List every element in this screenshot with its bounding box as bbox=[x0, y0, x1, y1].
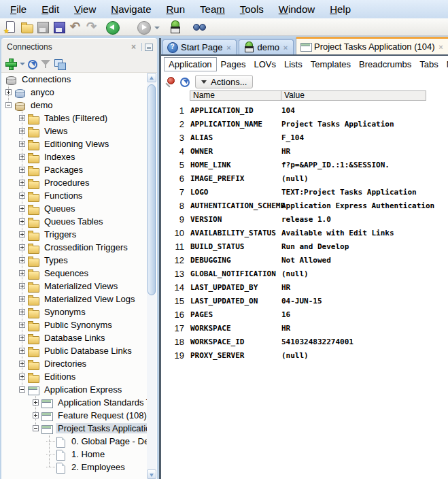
menu-help[interactable]: Help bbox=[322, 0, 358, 18]
pin-icon[interactable] bbox=[165, 76, 176, 87]
expand-toggle-icon[interactable] bbox=[19, 128, 25, 134]
sql-worksheet-icon[interactable] bbox=[168, 20, 182, 34]
subtab-pages[interactable]: Pages bbox=[217, 58, 250, 71]
tree-item-public-synonyms[interactable]: Public Synonyms bbox=[1, 318, 157, 331]
save-icon[interactable] bbox=[36, 20, 50, 34]
expand-toggle-icon[interactable] bbox=[19, 283, 25, 289]
undo-icon[interactable] bbox=[69, 20, 82, 34]
tree-item-views[interactable]: Views bbox=[1, 125, 157, 137]
menu-tools[interactable]: Tools bbox=[232, 0, 271, 18]
grid-row-home-link[interactable]: 5HOME_LINKf?p=&APP_ID.:1:&SESSION. bbox=[161, 158, 448, 171]
menu-team[interactable]: Team bbox=[192, 0, 232, 18]
collapse-toggle-icon[interactable] bbox=[19, 386, 25, 393]
expand-toggle-icon[interactable] bbox=[19, 218, 25, 225]
tree-item-database-links[interactable]: Database Links bbox=[1, 331, 157, 344]
grid-row-application-id[interactable]: 1APPLICATION_ID104 bbox=[161, 103, 448, 117]
open-icon[interactable] bbox=[20, 20, 33, 34]
tree-item-synonyms[interactable]: Synonyms bbox=[1, 305, 157, 318]
expand-toggle-icon[interactable] bbox=[19, 270, 25, 276]
tree-item-0-global-page-des[interactable]: 0. Global Page - Des bbox=[1, 435, 157, 448]
expand-toggle-icon[interactable] bbox=[33, 412, 39, 418]
tree-item-demo[interactable]: demo bbox=[1, 99, 157, 112]
toolbar-dropdown-caret-icon[interactable] bbox=[153, 20, 161, 34]
tree-item-queues[interactable]: Queues bbox=[1, 202, 157, 215]
expand-toggle-icon[interactable] bbox=[19, 115, 25, 121]
tree-item-project-tasks-applicatio[interactable]: Project Tasks Applicatio bbox=[1, 422, 157, 435]
close-tab-icon[interactable] bbox=[438, 42, 445, 52]
grid-row-authentication-scheme[interactable]: 8AUTHENTICATION_SCHEMEApplication Expres… bbox=[161, 199, 448, 212]
column-header-value[interactable]: Value bbox=[281, 90, 426, 101]
tree-item-editioning-views[interactable]: Editioning Views bbox=[1, 137, 157, 150]
tree-item-materialized-view-logs[interactable]: Materialized View Logs bbox=[1, 293, 157, 305]
menu-file[interactable]: File bbox=[3, 0, 34, 18]
grid-row-last-updated-by[interactable]: 14LAST_UPDATED_BYHR bbox=[161, 280, 448, 294]
grid-row-proxy-server[interactable]: 19PROXY_SERVER(null) bbox=[161, 348, 448, 362]
actions-button[interactable]: Actions... bbox=[195, 75, 253, 88]
menu-view[interactable]: View bbox=[67, 0, 103, 18]
new-file-icon[interactable] bbox=[3, 20, 17, 34]
scrollbar-thumb[interactable] bbox=[148, 84, 156, 295]
tree-item-feature-request-108[interactable]: Feature Request (108) bbox=[1, 409, 157, 422]
back-icon[interactable] bbox=[105, 20, 119, 34]
filter-icon[interactable] bbox=[39, 58, 52, 70]
cascade-icon[interactable] bbox=[54, 58, 66, 70]
redo-icon[interactable] bbox=[85, 20, 99, 34]
forward-icon[interactable] bbox=[137, 20, 150, 34]
save-all-icon[interactable] bbox=[52, 20, 66, 34]
expand-toggle-icon[interactable] bbox=[5, 89, 12, 95]
subtab-templates[interactable]: Templates bbox=[307, 58, 355, 71]
grid-row-availability-status[interactable]: 10AVAILABILITY_STATUSAvailable with Edit… bbox=[161, 226, 448, 240]
tree-item-queues-tables[interactable]: Queues Tables bbox=[1, 215, 157, 228]
grid-row-workspace-id[interactable]: 18WORKSPACE_ID5410324832274001 bbox=[161, 335, 448, 348]
tree-item-public-database-links[interactable]: Public Database Links bbox=[1, 344, 157, 357]
tree-item-2-employees[interactable]: 2. Employees bbox=[1, 461, 157, 474]
expand-toggle-icon[interactable] bbox=[19, 296, 25, 302]
collapse-toggle-icon[interactable] bbox=[5, 102, 12, 108]
grid-row-logo[interactable]: 7LOGOTEXT:Project Tasks Application bbox=[161, 185, 448, 199]
expand-toggle-icon[interactable] bbox=[19, 141, 25, 147]
refresh-icon[interactable] bbox=[180, 78, 190, 87]
tree-item-1-home[interactable]: 1. Home bbox=[1, 448, 157, 461]
grid-row-pages[interactable]: 16PAGES16 bbox=[161, 308, 448, 321]
scroll-up-icon[interactable] bbox=[147, 73, 156, 82]
expand-toggle-icon[interactable] bbox=[19, 154, 25, 160]
grid-row-debugging[interactable]: 12DEBUGGINGNot Allowed bbox=[161, 253, 448, 267]
expand-toggle-icon[interactable] bbox=[19, 361, 25, 367]
grid-row-image-prefix[interactable]: 6IMAGE_PREFIX(null) bbox=[161, 171, 448, 185]
tree-item-crossedition-triggers[interactable]: Crossedition Triggers bbox=[1, 241, 157, 254]
subtab-application[interactable]: Application bbox=[164, 57, 217, 71]
subtab-lists[interactable]: Lists bbox=[280, 58, 307, 71]
expand-toggle-icon[interactable] bbox=[19, 244, 25, 250]
tree-item-editions[interactable]: Editions bbox=[1, 370, 157, 383]
tree-item-anyco[interactable]: anyco bbox=[1, 86, 157, 99]
grid-row-owner[interactable]: 4OWNERHR bbox=[161, 144, 448, 158]
column-header-name[interactable]: Name bbox=[190, 90, 281, 101]
tree-item-packages[interactable]: Packages bbox=[1, 163, 157, 176]
grid-row-alias[interactable]: 3ALIASF_104 bbox=[161, 131, 448, 144]
refresh-icon[interactable] bbox=[28, 60, 37, 69]
expand-toggle-icon[interactable] bbox=[33, 399, 39, 406]
subtab-lovs[interactable]: LOVs bbox=[249, 58, 280, 71]
close-tab-icon[interactable] bbox=[282, 42, 289, 52]
find-icon[interactable] bbox=[192, 20, 206, 34]
menu-navigate[interactable]: Navigate bbox=[103, 0, 158, 18]
grid-row-application-name[interactable]: 2APPLICATION_NAMEProject Tasks Applicati… bbox=[161, 117, 448, 131]
tree-item-functions[interactable]: Functions bbox=[1, 189, 157, 202]
tree-item-application-express[interactable]: Application Express bbox=[1, 383, 157, 396]
tree-item-sequences[interactable]: Sequences bbox=[1, 267, 157, 280]
expand-toggle-icon[interactable] bbox=[19, 205, 25, 212]
collapse-toggle-icon[interactable] bbox=[33, 425, 39, 431]
close-panel-icon[interactable]: × bbox=[128, 42, 139, 52]
tab-demo[interactable]: demo bbox=[239, 39, 294, 54]
tree-item-connections[interactable]: Connections bbox=[1, 73, 157, 86]
grid-row-last-updated-on[interactable]: 15LAST_UPDATED_ON04-JUN-15 bbox=[161, 294, 448, 308]
subtab-nav-bar[interactable]: Nav Bar bbox=[443, 58, 448, 71]
subtab-tabs[interactable]: Tabs bbox=[415, 58, 442, 71]
grid-row-global-notification[interactable]: 13GLOBAL_NOTIFICATION(null) bbox=[161, 267, 448, 280]
expand-toggle-icon[interactable] bbox=[19, 180, 25, 186]
tree-item-indexes[interactable]: Indexes bbox=[1, 150, 157, 163]
scroll-down-icon[interactable] bbox=[147, 469, 156, 479]
menu-window[interactable]: Window bbox=[271, 0, 322, 18]
menu-edit[interactable]: Edit bbox=[34, 0, 67, 18]
expand-toggle-icon[interactable] bbox=[19, 322, 25, 328]
